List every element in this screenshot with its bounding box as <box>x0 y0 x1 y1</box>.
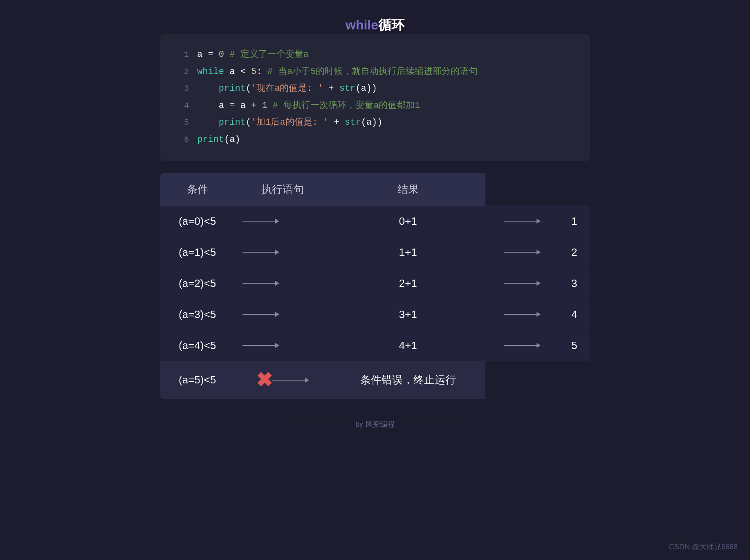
code-segment-str: '现在a的值是: ' <box>251 83 323 94</box>
code-segment-num: 1 <box>262 101 267 111</box>
table-header-cell: 结果 <box>330 173 485 206</box>
arrow-shaft-2 <box>504 345 537 346</box>
code-segment-op: : <box>256 67 262 77</box>
code-segment-fn: print <box>197 134 224 145</box>
arrow-head-2 <box>537 343 541 348</box>
code-segment-fn: str <box>345 117 361 128</box>
table-row: (a=3)<53+14 <box>160 299 590 330</box>
arrow-shaft <box>272 380 305 381</box>
footer-line-right <box>400 424 449 424</box>
table-header-row: 条件执行语句结果 <box>160 173 590 206</box>
code-segment-var: a <box>224 67 240 77</box>
arrow-cell-2 <box>485 330 559 361</box>
table-row: (a=0)<50+11 <box>160 206 590 237</box>
line-content: while a < 5: # 当a小于5的时候，就自动执行后续缩进部分的语句 <box>197 64 573 80</box>
arrow-cell <box>234 237 330 268</box>
title-rest: 循环 <box>378 18 404 32</box>
line-number: 3 <box>177 81 189 96</box>
code-segment-op: = <box>224 101 240 111</box>
watermark: CSDN @大师兄6668 <box>669 542 738 552</box>
code-segment-comment: # 当a小于5的时候，就自动执行后续缩进部分的语句 <box>262 67 478 77</box>
line-content: a = 0 # 定义了一个变量a <box>197 47 573 63</box>
arrow-cell-2 <box>485 299 559 330</box>
arrow-shaft <box>243 314 275 315</box>
arrow-head-2 <box>537 219 541 224</box>
arrow-cell-2 <box>485 206 559 237</box>
code-line-1: 1a = 0 # 定义了一个变量a <box>177 47 573 63</box>
condition-cell: (a=4)<5 <box>160 330 234 361</box>
code-line-3: 3 print('现在a的值是: ' + str(a)) <box>177 81 573 97</box>
condition-cell: (a=0)<5 <box>160 206 234 237</box>
arrow-shaft-2 <box>504 283 537 284</box>
arrow-head <box>275 250 279 255</box>
line-content: print('现在a的值是: ' + str(a)) <box>197 81 573 97</box>
line-content: print(a) <box>197 132 573 148</box>
line-number: 2 <box>177 65 189 79</box>
arrow-head <box>275 281 279 286</box>
code-segment-num: 0 <box>219 49 224 60</box>
execution-cell: 条件错误，终止运行 <box>330 361 485 399</box>
code-segment-op: ( <box>246 83 251 94</box>
while-loop-table: 条件执行语句结果 (a=0)<50+11(a=1)<51+12(a=2)<52+… <box>160 173 590 399</box>
code-segment-var: a <box>229 134 235 145</box>
arrow-head <box>275 343 279 348</box>
table-row: (a=1)<51+12 <box>160 237 590 268</box>
result-cell: 5 <box>559 330 590 361</box>
arrow-head <box>275 219 279 224</box>
code-segment-num: 5 <box>251 67 256 77</box>
execution-cell: 0+1 <box>330 206 485 237</box>
line-number: 1 <box>177 47 189 62</box>
arrow-shaft <box>243 345 275 346</box>
result-cell: 4 <box>559 299 590 330</box>
line-content: print('加1后a的值是: ' + str(a)) <box>197 114 573 131</box>
execution-cell: 2+1 <box>330 268 485 299</box>
code-segment-op: + <box>246 101 262 111</box>
code-segment-op: + <box>323 83 339 94</box>
result-cell: 2 <box>559 237 590 268</box>
arrow-cell-2 <box>485 268 559 299</box>
code-segment-comment: # 每执行一次循环，变量a的值都加1 <box>267 101 420 111</box>
footer-text: by 风变编程 <box>355 419 395 429</box>
table-header-cell: 执行语句 <box>234 173 330 206</box>
arrow-head <box>275 312 279 317</box>
code-segment-op: ) <box>235 134 240 145</box>
x-arrow-container: ✖ <box>243 370 322 390</box>
line-number: 5 <box>177 115 189 130</box>
line-number: 6 <box>177 132 189 147</box>
code-block: 1a = 0 # 定义了一个变量a2while a < 5: # 当a小于5的时… <box>160 34 590 161</box>
arrow-shaft-2 <box>504 221 537 222</box>
code-segment-var: a <box>361 83 366 94</box>
code-segment-fn: str <box>339 83 356 94</box>
arrow-cell: ✖ <box>234 361 330 399</box>
page-title: while循环 <box>346 16 404 34</box>
arrow-shaft-2 <box>504 314 537 315</box>
code-segment-var: a <box>197 49 202 60</box>
arrow-shaft <box>243 283 275 284</box>
arrow-head-2 <box>537 281 541 286</box>
arrow-head <box>305 378 309 383</box>
result-cell: 1 <box>559 206 590 237</box>
code-segment-op: ( <box>361 117 366 128</box>
code-segment-op: )) <box>366 83 377 94</box>
code-segment-var: a <box>366 117 372 128</box>
code-segment-op: < <box>240 67 251 77</box>
condition-cell: (a=2)<5 <box>160 268 234 299</box>
table-row: (a=5)<5✖条件错误，终止运行 <box>160 361 590 399</box>
condition-cell: (a=3)<5 <box>160 299 234 330</box>
line-number: 4 <box>177 99 189 113</box>
condition-cell: (a=1)<5 <box>160 237 234 268</box>
table-header-cell: 条件 <box>160 173 234 206</box>
line-content: a = a + 1 # 每执行一次循环，变量a的值都加1 <box>197 98 573 114</box>
table-row: (a=2)<52+13 <box>160 268 590 299</box>
result-cell: 3 <box>559 268 590 299</box>
code-segment-op: ( <box>355 83 361 94</box>
code-segment-str: '加1后a的值是: ' <box>251 117 328 128</box>
arrow-cell <box>234 268 330 299</box>
code-segment-fn: print <box>197 83 246 94</box>
table-row: (a=4)<54+15 <box>160 330 590 361</box>
arrow-cell <box>234 206 330 237</box>
x-mark-icon: ✖ <box>256 370 272 390</box>
execution-cell: 3+1 <box>330 299 485 330</box>
code-segment-op: )) <box>372 117 382 128</box>
code-segment-op: ( <box>224 134 229 145</box>
